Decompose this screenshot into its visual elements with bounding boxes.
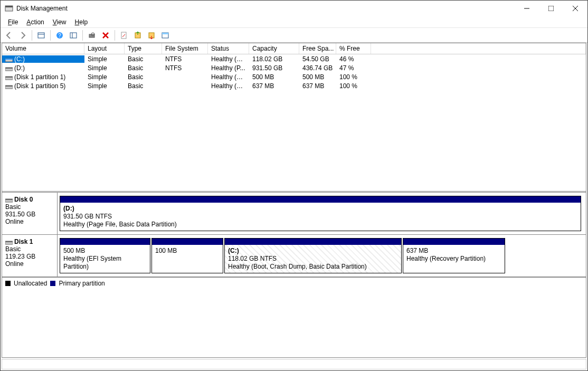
- partition-size: 118.02 GB NTFS: [228, 255, 398, 263]
- svg-rect-3: [548, 6, 554, 11]
- partition-color-bar: [60, 196, 581, 203]
- volume-capacity: 637 MB: [249, 82, 299, 90]
- drive-icon: [5, 65, 13, 71]
- partition-size: 500 MB: [63, 247, 147, 255]
- partition-size: 637 MB: [406, 247, 501, 255]
- volume-row[interactable]: (Disk 1 partition 5)SimpleBasicHealthy (…: [2, 81, 586, 90]
- menu-help[interactable]: Help: [71, 17, 92, 27]
- partition[interactable]: 500 MBHealthy (EFI System Partition): [60, 238, 150, 273]
- disk-type: Basic: [5, 203, 54, 211]
- partition-name: (D:): [63, 205, 577, 213]
- partition-status: Healthy (Boot, Crash Dump, Basic Data Pa…: [228, 263, 398, 271]
- toolbar: ?: [1, 28, 587, 43]
- volume-capacity: 500 MB: [249, 73, 299, 81]
- col-status[interactable]: Status: [208, 43, 249, 54]
- volume-row[interactable]: (D:)SimpleBasicNTFSHealthy (P...931.50 G…: [2, 63, 586, 72]
- disk-size: 119.23 GB: [5, 253, 54, 260]
- partition-name: (C:): [228, 247, 398, 255]
- volume-fs: NTFS: [162, 55, 208, 63]
- disk-partitions: 500 MBHealthy (EFI System Partition)100 …: [58, 235, 586, 277]
- volume-free: 54.50 GB: [299, 55, 336, 63]
- svg-rect-6: [38, 33, 44, 38]
- legend-label-primary: Primary partition: [59, 280, 105, 287]
- volume-pct-free: 47 %: [336, 64, 371, 72]
- action-button-3[interactable]: [159, 30, 172, 41]
- partition-size: 100 MB: [155, 247, 220, 255]
- minimize-button[interactable]: [515, 1, 539, 16]
- disk-icon: [5, 239, 13, 245]
- disk-graphical-view: Disk 0Basic931.50 GBOnline(D:)931.50 GB …: [2, 193, 586, 357]
- partition-status: Healthy (Page File, Basic Data Partition…: [63, 221, 577, 229]
- disk-row: Disk 1Basic119.23 GBOnline500 MBHealthy …: [2, 235, 586, 277]
- volume-type: Basic: [125, 82, 162, 90]
- back-button[interactable]: [3, 30, 15, 41]
- col-layout[interactable]: Layout: [84, 43, 125, 54]
- help-button[interactable]: ?: [53, 30, 66, 41]
- volume-layout: Simple: [84, 82, 125, 90]
- disk-info[interactable]: Disk 1Basic119.23 GBOnline: [2, 235, 58, 277]
- col-type[interactable]: Type: [125, 43, 162, 54]
- forward-button[interactable]: [16, 30, 29, 41]
- volume-row[interactable]: (Disk 1 partition 1)SimpleBasicHealthy (…: [2, 72, 586, 81]
- legend-swatch-primary: [50, 281, 55, 286]
- partition[interactable]: (C:)118.02 GB NTFSHealthy (Boot, Crash D…: [224, 238, 402, 273]
- volume-name: (C:): [14, 55, 25, 63]
- svg-rect-20: [5, 59, 13, 60]
- volume-type: Basic: [125, 55, 162, 63]
- menu-file[interactable]: File: [4, 17, 22, 27]
- svg-rect-18: [162, 33, 168, 34]
- disk-info[interactable]: Disk 0Basic931.50 GBOnline: [2, 193, 58, 234]
- maximize-button[interactable]: [539, 1, 563, 16]
- partition[interactable]: 637 MBHealthy (Recovery Partition): [403, 238, 505, 273]
- volume-list-header[interactable]: Volume Layout Type File System Status Ca…: [2, 43, 586, 54]
- col-volume[interactable]: Volume: [2, 43, 84, 54]
- settings-button[interactable]: [67, 30, 80, 41]
- col-free-space[interactable]: Free Spa...: [299, 43, 336, 54]
- statusbar: [2, 359, 586, 369]
- partition-status: Healthy (EFI System Partition): [63, 255, 147, 271]
- menu-view[interactable]: View: [49, 17, 71, 27]
- volume-status: Healthy (P...: [208, 64, 249, 72]
- legend-swatch-unallocated: [5, 281, 11, 286]
- volume-layout: Simple: [84, 64, 125, 72]
- col-percent-free[interactable]: % Free: [336, 43, 371, 54]
- volume-name: (D:): [14, 64, 25, 72]
- action-button-1[interactable]: [131, 30, 144, 41]
- close-button[interactable]: [563, 1, 587, 16]
- drive-icon: [5, 74, 13, 80]
- volume-status: Healthy (B...: [208, 55, 249, 63]
- svg-rect-1: [5, 6, 13, 7]
- legend: Unallocated Primary partition: [2, 277, 586, 289]
- show-hide-console-tree-button[interactable]: [35, 30, 48, 41]
- volume-status: Healthy (E...: [208, 73, 249, 81]
- action-button-2[interactable]: [145, 30, 158, 41]
- partition[interactable]: (D:)931.50 GB NTFSHealthy (Page File, Ba…: [60, 196, 581, 231]
- delete-icon[interactable]: [99, 30, 112, 41]
- volume-free: 500 MB: [299, 73, 336, 81]
- partition-color-bar: [152, 239, 223, 245]
- volume-pct-free: 46 %: [336, 55, 371, 63]
- titlebar: Disk Management: [1, 1, 587, 16]
- legend-label-unallocated: Unallocated: [14, 280, 47, 287]
- svg-rect-28: [5, 199, 13, 200]
- disk-id: Disk 0: [14, 196, 33, 203]
- partition-color-bar: [225, 239, 401, 245]
- volume-pct-free: 100 %: [336, 82, 371, 90]
- menubar: File Action View Help: [1, 16, 587, 28]
- partition[interactable]: 100 MB: [151, 238, 223, 273]
- col-filesystem[interactable]: File System: [162, 43, 208, 54]
- properties-button[interactable]: [118, 30, 130, 41]
- svg-rect-24: [5, 77, 13, 78]
- volume-list[interactable]: Volume Layout Type File System Status Ca…: [2, 43, 586, 191]
- volume-row[interactable]: (C:)SimpleBasicNTFSHealthy (B...118.02 G…: [2, 54, 586, 63]
- volume-type: Basic: [125, 73, 162, 81]
- svg-rect-26: [5, 85, 13, 87]
- window-controls: [515, 1, 587, 16]
- refresh-button[interactable]: [86, 30, 98, 41]
- disk-partitions: (D:)931.50 GB NTFSHealthy (Page File, Ba…: [58, 193, 586, 234]
- disk-size: 931.50 GB: [5, 211, 54, 218]
- volume-status: Healthy (R...: [208, 82, 249, 90]
- col-capacity[interactable]: Capacity: [249, 43, 299, 54]
- menu-action[interactable]: Action: [22, 17, 48, 27]
- svg-rect-10: [70, 33, 77, 38]
